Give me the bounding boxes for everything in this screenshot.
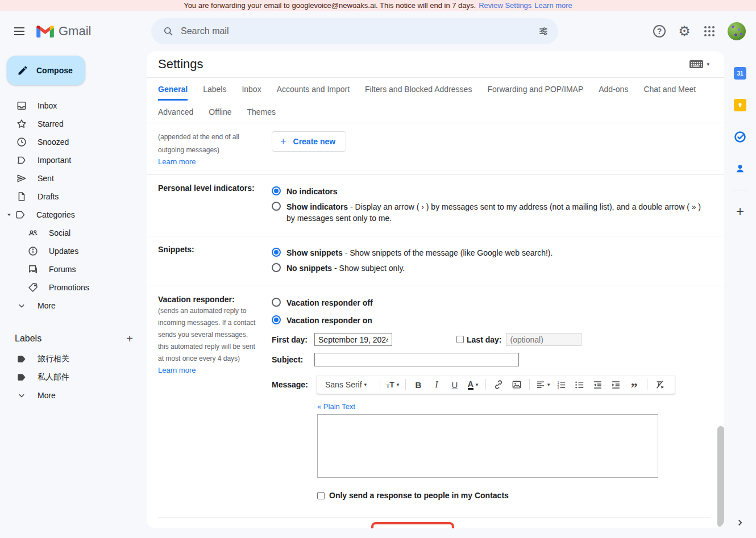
banner-learn-more-link[interactable]: Learn more [534,1,572,10]
caret-down-icon: ▾ [364,382,367,387]
sidebar-item-drafts[interactable]: Drafts [0,187,136,206]
main-menu-button[interactable] [6,18,33,45]
contacts-only-option[interactable]: Only send a response to people in my Con… [317,491,675,500]
indent-less-button[interactable] [591,378,605,391]
sidebar-item-starred[interactable]: Starred [0,115,136,133]
tab-forwarding[interactable]: Forwarding and POP/IMAP [487,78,583,101]
indent-more-button[interactable] [609,378,623,391]
vacation-message-textarea[interactable] [317,414,658,478]
create-label-button[interactable]: + [126,333,133,344]
sidebar-item-inbox[interactable]: Inbox [0,97,136,115]
settings-gear-button[interactable]: ⚙ [672,19,697,44]
numbered-list-button[interactable]: 123 [555,378,568,391]
font-family-selector[interactable]: Sans Serif ▾ [325,378,374,391]
contacts-button[interactable] [733,161,747,176]
bulleted-list-button[interactable] [573,378,587,391]
plain-text-toggle[interactable]: « Plain Text [317,402,355,411]
keep-icon [734,99,746,111]
vacation-off-option[interactable]: Vacation responder off [272,297,711,308]
sidebar-item-sent[interactable]: Sent [0,169,136,187]
sidebar-item-more[interactable]: More [0,297,136,315]
bold-button[interactable]: B [412,378,425,391]
tab-chat-meet[interactable]: Chat and Meet [643,78,696,101]
create-signature-button[interactable]: + Create new [272,131,346,152]
label-outline-icon [15,209,26,220]
rail-divider [732,190,748,190]
caret-down-icon: ▾ [397,382,400,387]
inbox-icon [16,100,27,111]
account-avatar[interactable] [728,22,746,40]
input-tools-button[interactable]: ▾ [689,60,709,68]
get-addons-button[interactable]: + [733,204,747,219]
label-item-travel[interactable]: 旅行相关 [0,350,136,368]
keep-button[interactable] [733,98,747,112]
first-day-input[interactable] [314,333,392,346]
labels-section-header: Labels + [0,327,147,350]
labels-more[interactable]: More [0,386,136,404]
align-button[interactable]: ▾ [535,378,550,391]
review-settings-link[interactable]: Review Settings [479,1,531,10]
radio-icon[interactable] [272,263,281,272]
signature-learn-more-link[interactable]: Learn more [158,157,196,166]
italic-button[interactable]: I [430,378,443,391]
last-day-input[interactable] [506,333,581,346]
tab-filters[interactable]: Filters and Blocked Addresses [365,78,472,101]
last-day-checkbox[interactable] [456,336,464,343]
compose-button[interactable]: Compose [7,56,85,85]
font-size-selector[interactable]: TT ▾ [386,378,400,391]
radio-icon[interactable] [272,202,281,211]
sidebar-item-snoozed[interactable]: Snoozed [0,133,136,151]
show-indicators-option[interactable]: Show indicators - Display an arrow ( › )… [272,201,711,224]
contacts-only-checkbox[interactable] [317,492,325,499]
quote-button[interactable]: ” [628,378,641,391]
search-icon[interactable] [156,19,181,44]
main-scrollbar[interactable] [717,426,724,527]
label-item-personal[interactable]: 私人邮件 [0,368,136,386]
tab-advanced[interactable]: Advanced [158,101,193,123]
radio-icon[interactable] [272,298,281,307]
sidebar-item-forums[interactable]: Forums [0,260,136,278]
tab-addons[interactable]: Add-ons [599,78,628,101]
calendar-button[interactable]: 31 [733,66,747,81]
no-snippets-option[interactable]: No snippets - Show subject only. [272,262,711,274]
apps-grid-icon [704,26,715,36]
tasks-button[interactable] [733,130,747,144]
sidebar-item-categories[interactable]: Categories [0,206,136,224]
vacation-learn-more-link[interactable]: Learn more [158,366,196,374]
sidebar-item-promotions[interactable]: Promotions [0,278,136,297]
sidebar-item-updates[interactable]: Updates [0,242,136,260]
insert-link-button[interactable] [492,378,505,391]
tab-labels[interactable]: Labels [203,78,226,101]
vacation-description: (sends an automated reply to incoming me… [158,305,260,365]
message-label: Message: [272,374,317,500]
radio-selected-icon[interactable] [272,186,281,195]
search-input[interactable] [181,26,531,36]
google-apps-button[interactable] [697,19,722,44]
radio-selected-icon[interactable] [272,315,281,324]
tab-inbox[interactable]: Inbox [242,78,261,101]
vacation-on-option[interactable]: Vacation responder on [272,315,711,326]
underline-button[interactable]: U [448,378,462,391]
help-button[interactable]: ? [647,19,672,44]
search-bar[interactable] [151,18,558,44]
sidebar-item-important[interactable]: Important [0,151,136,169]
radio-selected-icon[interactable] [272,248,281,257]
side-panel-rail: 31 + [724,51,756,538]
search-options-icon[interactable] [531,19,556,44]
insert-image-button[interactable] [510,378,524,391]
remove-formatting-button[interactable] [653,378,667,391]
banner-text: You are forwarding your email to googlev… [184,1,476,10]
show-side-panel-button[interactable] [735,518,745,530]
text-color-button[interactable]: A ▾ [466,378,480,391]
subject-input[interactable] [314,353,519,366]
keyboard-icon [689,60,703,68]
sidebar-item-social[interactable]: Social [0,224,136,242]
tab-general[interactable]: General [158,78,188,101]
show-snippets-option[interactable]: Show snippets - Show snippets of the mes… [272,247,711,258]
caret-down-icon: ▾ [476,382,479,387]
tab-themes[interactable]: Themes [247,101,276,123]
tab-accounts-import[interactable]: Accounts and Import [277,78,350,101]
no-indicators-option[interactable]: No indicators [272,186,711,197]
tab-offline[interactable]: Offline [209,101,231,123]
label-filled-icon [16,372,27,383]
